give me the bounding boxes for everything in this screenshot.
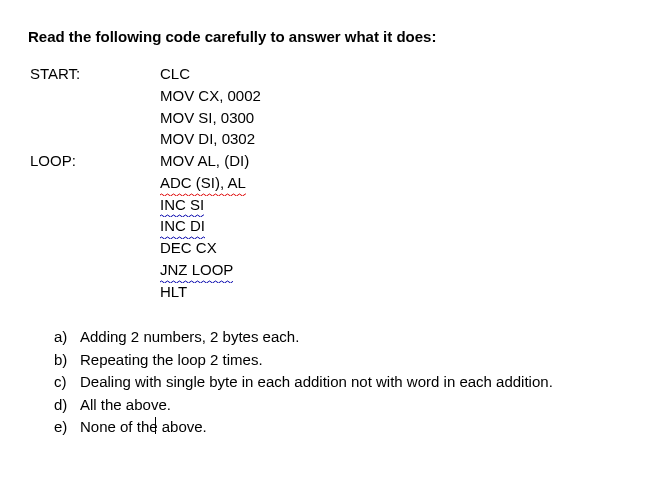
code-row: INC SI <box>30 194 261 216</box>
option-letter: b) <box>54 349 80 372</box>
code-instruction: DEC CX <box>160 237 261 259</box>
code-label <box>30 259 160 281</box>
options-list: a)Adding 2 numbers, 2 bytes each.b)Repea… <box>54 326 644 439</box>
code-instruction: ADC (SI), AL <box>160 172 261 194</box>
option-letter: a) <box>54 326 80 349</box>
code-text: JNZ LOOP <box>160 259 233 281</box>
option-text: Adding 2 numbers, 2 bytes each. <box>80 326 299 349</box>
option-text: Repeating the loop 2 times. <box>80 349 263 372</box>
option-row: b)Repeating the loop 2 times. <box>54 349 644 372</box>
code-row: JNZ LOOP <box>30 259 261 281</box>
option-text: All the above. <box>80 394 171 417</box>
code-row: INC DI <box>30 215 261 237</box>
code-label: LOOP: <box>30 150 160 172</box>
code-instruction: MOV AL, (DI) <box>160 150 261 172</box>
code-label <box>30 281 160 303</box>
code-instruction: INC SI <box>160 194 261 216</box>
code-label <box>30 172 160 194</box>
code-text: INC SI <box>160 194 204 216</box>
code-block: START:CLCMOV CX, 0002MOV SI, 0300MOV DI,… <box>30 63 261 302</box>
code-label <box>30 194 160 216</box>
code-instruction: INC DI <box>160 215 261 237</box>
code-row: MOV DI, 0302 <box>30 128 261 150</box>
option-text: Dealing with single byte in each additio… <box>80 371 553 394</box>
code-instruction: MOV SI, 0300 <box>160 107 261 129</box>
code-text: MOV CX, 0002 <box>160 87 261 104</box>
option-text: None of the above. <box>80 416 207 439</box>
code-instruction: MOV CX, 0002 <box>160 85 261 107</box>
code-row: LOOP:MOV AL, (DI) <box>30 150 261 172</box>
option-letter: d) <box>54 394 80 417</box>
code-text: MOV SI, 0300 <box>160 109 254 126</box>
code-text: ADC (SI), AL <box>160 172 246 194</box>
code-row: HLT <box>30 281 261 303</box>
option-row: c)Dealing with single byte in each addit… <box>54 371 644 394</box>
code-row: MOV SI, 0300 <box>30 107 261 129</box>
code-instruction: JNZ LOOP <box>160 259 261 281</box>
code-label <box>30 237 160 259</box>
code-label <box>30 215 160 237</box>
code-label <box>30 128 160 150</box>
option-row: a)Adding 2 numbers, 2 bytes each. <box>54 326 644 349</box>
code-instruction: MOV DI, 0302 <box>160 128 261 150</box>
code-text: HLT <box>160 283 187 300</box>
code-text: CLC <box>160 65 190 82</box>
code-row: START:CLC <box>30 63 261 85</box>
question-title: Read the following code carefully to ans… <box>28 28 644 45</box>
code-row: DEC CX <box>30 237 261 259</box>
code-label <box>30 107 160 129</box>
code-row: ADC (SI), AL <box>30 172 261 194</box>
text-cursor: the <box>137 416 158 439</box>
code-label <box>30 85 160 107</box>
option-row: d)All the above. <box>54 394 644 417</box>
code-text: MOV AL, (DI) <box>160 152 249 169</box>
code-instruction: CLC <box>160 63 261 85</box>
code-text: INC DI <box>160 215 205 237</box>
code-text: DEC CX <box>160 239 217 256</box>
code-instruction: HLT <box>160 281 261 303</box>
code-label: START: <box>30 63 160 85</box>
option-letter: e) <box>54 416 80 439</box>
option-row: e)None of the above. <box>54 416 644 439</box>
code-row: MOV CX, 0002 <box>30 85 261 107</box>
option-letter: c) <box>54 371 80 394</box>
code-text: MOV DI, 0302 <box>160 130 255 147</box>
